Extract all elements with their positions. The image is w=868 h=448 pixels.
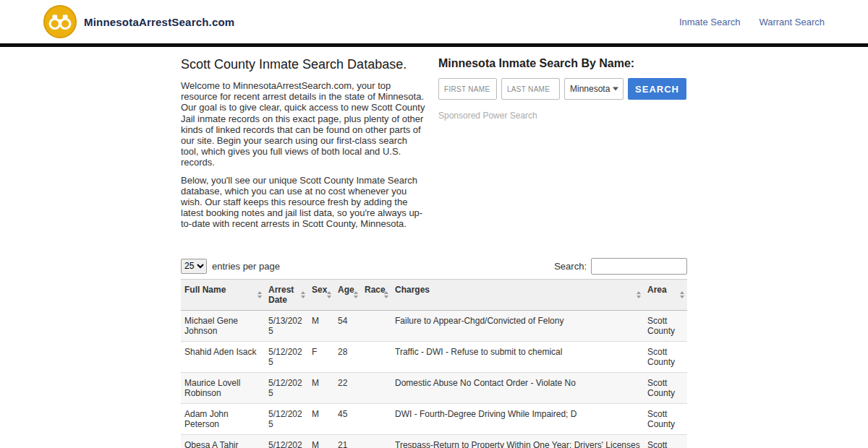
state-select[interactable]: Minnesota	[564, 78, 624, 100]
table-header-row: Full Name Arrest Date Sex Age Race	[181, 279, 687, 310]
column-header-age[interactable]: Age	[334, 279, 361, 310]
table-row: Adam John Peterson 5/12/2025 M 45 DWI - …	[181, 403, 687, 434]
cell-arrest-date: 5/12/2025	[265, 434, 308, 448]
cell-sex: M	[308, 372, 334, 403]
brand: MinnesotaArrestSearch.com	[43, 5, 234, 38]
table-body: Michael Gene Johnson 5/13/2025 M 54 Fail…	[181, 310, 687, 448]
sponsored-label: Sponsored Power Search	[438, 111, 687, 121]
cell-charges: Domestic Abuse No Contact Order - Violat…	[391, 372, 644, 403]
cell-sex: M	[308, 434, 334, 448]
cell-area: Scott County	[644, 310, 687, 341]
sort-icon[interactable]	[301, 291, 305, 298]
intro-paragraph-2: Below, you'll see our unique Scott Count…	[181, 175, 427, 230]
cell-full-name: Michael Gene Johnson	[181, 310, 265, 341]
page-size-select[interactable]: 25	[181, 259, 207, 274]
cell-area: Scott County	[644, 341, 687, 372]
cell-age: 28	[334, 341, 361, 372]
table-row: Shahid Aden Isack 5/12/2025 F 28 Traffic…	[181, 341, 687, 372]
sort-icon[interactable]	[680, 291, 684, 298]
name-search-panel: Minnesota Inmate Search By Name: Minneso…	[438, 57, 687, 236]
column-header-charges[interactable]: Charges	[391, 279, 644, 310]
cell-sex: M	[308, 310, 334, 341]
cell-sex: F	[308, 341, 334, 372]
logo-icon	[43, 5, 77, 38]
cell-area: Scott County	[644, 372, 687, 403]
cell-full-name: Maurice Lovell Robinson	[181, 372, 265, 403]
table-row: Maurice Lovell Robinson 5/12/2025 M 22 D…	[181, 372, 687, 403]
cell-full-name: Shahid Aden Isack	[181, 341, 265, 372]
entries-per-page: 25 entries per page	[181, 259, 280, 274]
sort-icon[interactable]	[327, 291, 331, 298]
sort-icon[interactable]	[354, 291, 358, 298]
nav-warrant-search[interactable]: Warrant Search	[759, 17, 825, 27]
table-search-input[interactable]	[591, 258, 687, 275]
intro-paragraph-1: Welcome to MinnesotaArrestSearch.com, yo…	[181, 80, 427, 168]
site-header: MinnesotaArrestSearch.com Inmate Search …	[0, 0, 868, 43]
first-name-input[interactable]	[438, 78, 497, 100]
cell-arrest-date: 5/12/2025	[265, 372, 308, 403]
table-search: Search:	[554, 258, 687, 275]
nav-inmate-search[interactable]: Inmate Search	[679, 17, 741, 27]
cell-race	[361, 341, 391, 372]
cell-age: 22	[334, 372, 361, 403]
main-content: Scott County Inmate Search Database. Wel…	[181, 47, 687, 448]
cell-full-name: Adam John Peterson	[181, 403, 265, 434]
cell-race	[361, 372, 391, 403]
table-controls: 25 entries per page Search:	[181, 258, 687, 275]
cell-charges: DWI - Fourth-Degree Driving While Impair…	[391, 403, 644, 434]
cell-age: 54	[334, 310, 361, 341]
cell-race	[361, 434, 391, 448]
search-button[interactable]: SEARCH	[628, 78, 686, 100]
cell-race	[361, 403, 391, 434]
cell-arrest-date: 5/12/2025	[265, 341, 308, 372]
cell-area: Scott County	[644, 434, 687, 448]
sort-icon[interactable]	[637, 291, 641, 298]
entries-label: entries per page	[212, 261, 280, 272]
cell-charges: Trespass-Return to Property Within One Y…	[391, 434, 644, 448]
table-row: Obesa A Tahir 5/12/2025 M 21 Trespass-Re…	[181, 434, 687, 448]
cell-race	[361, 310, 391, 341]
column-header-arrest-date[interactable]: Arrest Date	[265, 279, 308, 310]
cell-arrest-date: 5/13/2025	[265, 310, 308, 341]
inmate-table: Full Name Arrest Date Sex Age Race	[181, 279, 687, 448]
name-search-form: Minnesota SEARCH	[438, 78, 687, 100]
cell-arrest-date: 5/12/2025	[265, 403, 308, 434]
cell-charges: Failure to Appear-Chgd/Convicted of Felo…	[391, 310, 644, 341]
column-header-sex[interactable]: Sex	[308, 279, 334, 310]
last-name-input[interactable]	[501, 78, 560, 100]
search-panel-title: Minnesota Inmate Search By Name:	[438, 57, 687, 70]
cell-area: Scott County	[644, 403, 687, 434]
sort-icon[interactable]	[258, 291, 262, 298]
table-search-label: Search:	[554, 261, 587, 272]
brand-name: MinnesotaArrestSearch.com	[84, 16, 234, 28]
column-header-area[interactable]: Area	[644, 279, 687, 310]
column-header-race[interactable]: Race	[361, 279, 391, 310]
table-row: Michael Gene Johnson 5/13/2025 M 54 Fail…	[181, 310, 687, 341]
cell-age: 45	[334, 403, 361, 434]
cell-age: 21	[334, 434, 361, 448]
top-nav: Inmate Search Warrant Search	[679, 17, 825, 27]
intro-section: Scott County Inmate Search Database. Wel…	[181, 57, 427, 236]
page-title: Scott County Inmate Search Database.	[181, 57, 427, 72]
sort-icon[interactable]	[384, 291, 388, 298]
cell-sex: M	[308, 403, 334, 434]
column-header-full-name[interactable]: Full Name	[181, 279, 265, 310]
cell-charges: Traffic - DWI - Refuse to submit to chem…	[391, 341, 644, 372]
cell-full-name: Obesa A Tahir	[181, 434, 265, 448]
